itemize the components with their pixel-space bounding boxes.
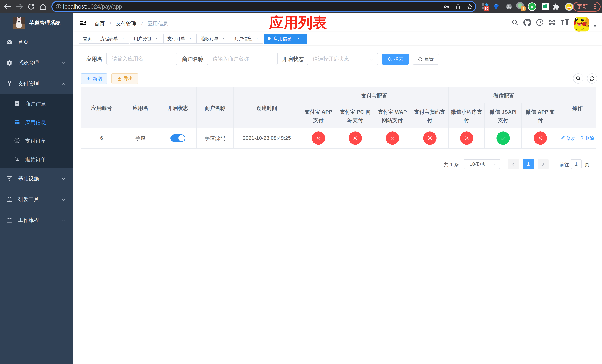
svg-text:10: 10 — [484, 7, 488, 11]
svg-text:y: y — [531, 4, 533, 9]
svg-text:1: 1 — [522, 7, 524, 11]
